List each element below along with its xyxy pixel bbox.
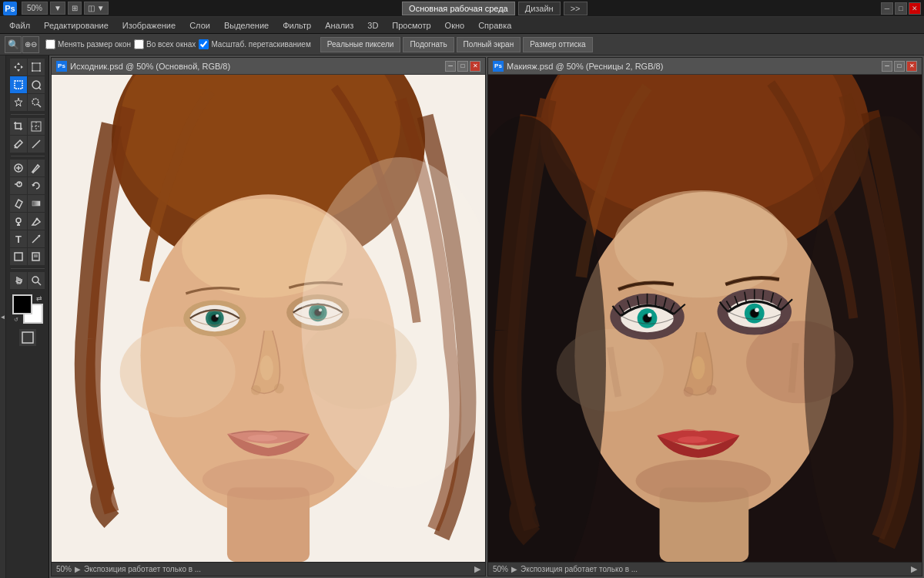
history-brush-tool[interactable] [28, 177, 45, 194]
ruler-tool[interactable] [28, 136, 45, 153]
tool-group-eyedropper [10, 136, 45, 153]
menu-help[interactable]: Справка [472, 17, 517, 34]
scrubby-zoom-checkbox[interactable] [199, 39, 209, 49]
marquee-tool[interactable] [10, 76, 27, 93]
doc2-zoom: 50% [493, 565, 508, 573]
tool-group-shape [10, 248, 45, 265]
resize-windows-option[interactable]: Менять размер окон [45, 39, 131, 49]
menu-select[interactable]: Выделение [218, 17, 275, 34]
doc1-canvas [52, 75, 485, 562]
tool-group-text: T [10, 230, 45, 247]
view-options[interactable]: ▼ [50, 2, 65, 15]
menu-file[interactable]: Файл [3, 17, 36, 34]
scrubby-zoom-option[interactable]: Масштаб. перетаскиванием [199, 39, 310, 49]
all-windows-checkbox[interactable] [134, 39, 144, 49]
doc1-scroll-right[interactable]: ▶ [474, 564, 480, 574]
quick-mask-group [19, 329, 36, 346]
maximize-btn[interactable]: □ [895, 2, 907, 15]
slice-tool[interactable] [28, 118, 45, 135]
reset-colors-btn[interactable]: ↺ [12, 316, 20, 324]
tool-group-heal [10, 160, 45, 176]
all-windows-option[interactable]: Во всех окнах [134, 39, 196, 49]
svg-point-100 [691, 356, 705, 379]
minimize-btn[interactable]: ─ [881, 2, 893, 15]
doc1-zoom: 50% [56, 565, 72, 573]
svg-rect-25 [15, 253, 22, 260]
menu-image[interactable]: Изображение [116, 17, 182, 34]
eraser-tool[interactable] [10, 195, 27, 212]
view-buttons-group: Реальные пиксели Подогнать Полный экран … [320, 37, 593, 52]
svg-line-95 [762, 291, 763, 301]
text-tool[interactable]: T [10, 230, 27, 247]
menu-analyze[interactable]: Анализ [319, 17, 360, 34]
photoshop-icon: Ps [3, 2, 17, 15]
magic-wand-tool[interactable] [10, 94, 27, 111]
title-bar-center: Основная рабочая среда Дизайн >> [402, 2, 587, 15]
doc1-close-btn[interactable]: ✕ [470, 61, 480, 72]
menu-view[interactable]: Просмотр [386, 17, 437, 34]
normal-mode-btn[interactable] [19, 329, 36, 346]
svg-line-11 [32, 140, 40, 148]
resize-windows-checkbox[interactable] [45, 39, 55, 49]
zoom-selector[interactable]: 50% [22, 2, 48, 15]
pen-tool[interactable] [28, 213, 45, 230]
menu-window[interactable]: Окно [439, 17, 471, 34]
doc2-status-arrow[interactable]: ▶ [511, 565, 517, 573]
doc2-max-btn[interactable]: □ [894, 61, 905, 72]
svg-marker-4 [15, 98, 22, 106]
zoom-in-btn[interactable]: 🔍 [5, 36, 22, 53]
workspace-more-btn[interactable]: >> [564, 2, 588, 15]
note-tool[interactable] [28, 248, 45, 265]
main-area: ◄ [0, 55, 924, 578]
doc2-titlebar: Ps Макияж.psd @ 50% (Ресницы 2, RGB/8) ─… [488, 58, 922, 75]
move-tool[interactable] [10, 59, 27, 76]
svg-point-55 [274, 384, 284, 394]
path-select-tool[interactable] [28, 230, 45, 247]
extra-options[interactable]: ◫ ▼ [84, 2, 109, 15]
toolbar-sep-2 [11, 156, 45, 156]
quick-select-tool[interactable] [28, 94, 45, 111]
print-size-btn[interactable]: Размер оттиска [523, 37, 592, 52]
actual-pixels-btn[interactable]: Реальные пиксели [320, 37, 401, 52]
full-screen-btn[interactable]: Полный экран [457, 37, 521, 52]
doc1-status-arrow[interactable]: ▶ [75, 565, 81, 573]
menu-edit[interactable]: Редактирование [38, 17, 115, 34]
svg-point-99 [707, 385, 717, 395]
shape-tool[interactable] [10, 248, 27, 265]
doc1-title: Исходник.psd @ 50% (Основной, RGB/8) [70, 62, 230, 71]
dodge-tool[interactable] [10, 213, 27, 230]
menu-filter[interactable]: Фильтр [276, 17, 317, 34]
workspace-main-btn[interactable]: Основная рабочая среда [402, 2, 515, 15]
tool-group-select [10, 76, 45, 93]
clone-tool[interactable] [10, 177, 27, 194]
doc2-scroll-right[interactable]: ▶ [911, 564, 917, 574]
svg-rect-31 [22, 332, 33, 343]
doc1-controls: ─ □ ✕ [445, 61, 480, 72]
foreground-color-swatch[interactable] [12, 294, 32, 314]
fit-btn[interactable]: Подогнать [403, 37, 454, 52]
artboard-tool[interactable] [28, 59, 45, 76]
arrange-options[interactable]: ⊞ [68, 2, 82, 15]
menu-layers[interactable]: Слои [183, 17, 216, 34]
tool-group-magic [10, 94, 45, 111]
workspace-design-btn[interactable]: Дизайн [518, 2, 561, 15]
doc1-min-btn[interactable]: ─ [445, 61, 456, 72]
spot-heal-tool[interactable] [10, 160, 27, 176]
switch-colors-btn[interactable]: ⇄ [35, 294, 43, 302]
zoom-tool-toggle[interactable]: ⊕⊖ [22, 36, 39, 53]
toolbar-collapse-arrow[interactable]: ◄ [0, 55, 6, 578]
zoom-tool[interactable] [28, 272, 45, 289]
lasso-tool[interactable] [28, 76, 45, 93]
eyedropper-tool[interactable] [10, 136, 27, 153]
svg-point-46 [216, 314, 219, 318]
doc2-min-btn[interactable]: ─ [882, 61, 892, 72]
close-btn[interactable]: ✕ [909, 2, 921, 15]
hand-tool[interactable] [10, 272, 27, 289]
doc2-close-btn[interactable]: ✕ [906, 61, 917, 72]
svg-rect-19 [32, 201, 40, 206]
gradient-tool[interactable] [28, 195, 45, 212]
menu-3d[interactable]: 3D [361, 17, 384, 34]
doc1-max-btn[interactable]: □ [457, 61, 468, 72]
brush-tool[interactable] [28, 160, 45, 176]
crop-tool[interactable] [10, 118, 27, 135]
